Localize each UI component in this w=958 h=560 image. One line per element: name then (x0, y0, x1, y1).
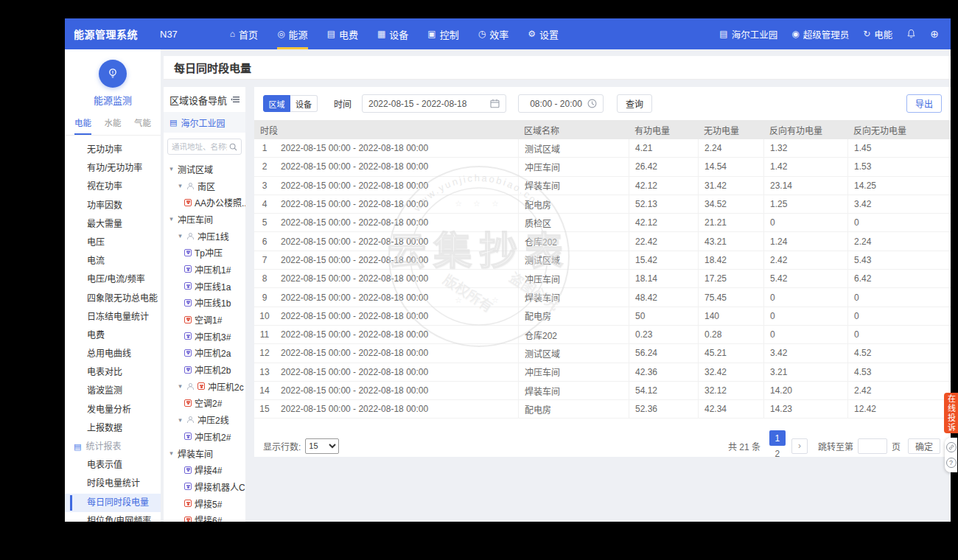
sidebar-item-视在功率[interactable]: 视在功率 (65, 178, 161, 196)
online-complaint-tab[interactable]: 在线投诉 (944, 393, 958, 433)
tree-root-park[interactable]: ▤ 海尔工业园 (164, 112, 245, 133)
user-menu[interactable]: ◉ 超级管理员 (791, 27, 849, 41)
sidebar-item-有功/无功功率[interactable]: 有功/无功功率 (65, 159, 161, 178)
sidebar-item-总用电曲线[interactable]: 总用电曲线 (65, 345, 161, 363)
table-row[interactable]: 22022-08-15 00:00 - 2022-08-18 00:00冲压车间… (254, 158, 951, 176)
sidebar-item-电压/电流/频率[interactable]: 电压/电流/频率 (65, 270, 161, 289)
sidebar-section-统计报表[interactable]: ▤统计报表 (65, 438, 161, 456)
export-button[interactable]: 导出 (906, 94, 942, 113)
nav-item-设置[interactable]: ⚙设置 (518, 18, 568, 49)
tree-node-焊接4#[interactable]: 焊接4# (164, 461, 245, 478)
language-globe-icon[interactable]: ⊕ (930, 28, 939, 40)
help-icon[interactable]: ? (946, 458, 957, 468)
expand-arrow-icon[interactable]: ▾ (168, 215, 175, 223)
link-icon[interactable] (946, 442, 957, 452)
sidebar-item-时段电量统计[interactable]: 时段电量统计 (65, 475, 161, 493)
table-row[interactable]: 52022-08-15 00:00 - 2022-08-18 00:00质检区4… (254, 214, 951, 232)
tree-node-冲压机2b[interactable]: 冲压机2b (164, 361, 245, 378)
nav-item-效率[interactable]: ◷效率 (469, 18, 519, 49)
table-row[interactable]: 152022-08-15 00:00 - 2022-08-18 00:00配电房… (254, 400, 951, 419)
table-row[interactable]: 42022-08-15 00:00 - 2022-08-18 00:00配电房5… (254, 195, 951, 214)
tab-水能[interactable]: 水能 (105, 116, 122, 135)
tree-node-焊接6#[interactable]: 焊接6# (164, 511, 245, 522)
expand-arrow-icon[interactable]: ▾ (168, 165, 175, 172)
expand-arrow-icon[interactable]: ▾ (177, 232, 183, 239)
park-selector[interactable]: ▤ 海尔工业园 (719, 27, 777, 41)
tree-node-空调2#[interactable]: 空调2# (164, 395, 245, 412)
table-row[interactable]: 82022-08-15 00:00 - 2022-08-18 00:00冲压车间… (254, 270, 951, 288)
tree-node-冲压机3#[interactable]: 冲压机3# (164, 328, 245, 345)
table-row[interactable]: 132022-08-15 00:00 - 2022-08-18 00:00冲压车… (254, 363, 951, 382)
rows-per-page-select[interactable]: 15 (305, 438, 339, 454)
tree-node-南区[interactable]: ▾南区 (164, 178, 245, 195)
tree-node-冲压1线[interactable]: ▾冲压1线 (164, 228, 245, 245)
sidebar-item-电费[interactable]: 电费 (65, 326, 161, 345)
date-range-picker[interactable]: 2022-08-15 - 2022-08-18 (362, 94, 506, 113)
expand-arrow-icon[interactable]: ▾ (168, 449, 175, 457)
tree-node-Tp冲压[interactable]: Tp冲压 (164, 244, 245, 261)
tree-node-焊装车间[interactable]: ▾焊装车间 (164, 445, 245, 462)
sidebar-item-最大需量[interactable]: 最大需量 (65, 215, 161, 234)
table-row[interactable]: 72022-08-15 00:00 - 2022-08-18 00:00测试区域… (254, 251, 951, 270)
tree-node-冲压机2c[interactable]: ▾冲压机2c (164, 378, 245, 395)
sidebar-item-上报数据[interactable]: 上报数据 (65, 419, 161, 438)
sidebar-item-相位角/电网频率[interactable]: 相位角/电网频率 (65, 512, 161, 522)
collapse-panel-icon[interactable] (231, 94, 240, 105)
toggle-区域[interactable]: 区域 (263, 95, 290, 112)
expand-arrow-icon[interactable]: ▾ (177, 416, 183, 424)
jump-page-input[interactable] (858, 438, 887, 454)
sidebar-item-日冻结电量统计[interactable]: 日冻结电量统计 (65, 308, 161, 326)
search-icon[interactable] (229, 143, 237, 151)
expand-arrow-icon[interactable]: ▾ (177, 182, 183, 189)
toggle-设备[interactable]: 设备 (290, 95, 318, 112)
page-button-1[interactable]: 1 (769, 430, 786, 446)
tab-电能[interactable]: 电能 (74, 116, 91, 135)
sidebar-item-电表示值[interactable]: 电表示值 (65, 456, 161, 475)
sidebar-item-功率因数[interactable]: 功率因数 (65, 197, 161, 215)
tree-node-冲压机2#[interactable]: 冲压机2# (164, 428, 245, 445)
table-row[interactable]: 142022-08-15 00:00 - 2022-08-18 00:00焊装车… (254, 382, 951, 400)
tree-node-冲压机2a[interactable]: 冲压机2a (164, 345, 245, 362)
table-row[interactable]: 32022-08-15 00:00 - 2022-08-18 00:00焊装车间… (254, 177, 951, 195)
nav-item-能源[interactable]: ◎能源 (268, 18, 318, 49)
page-button-2[interactable]: 2 (769, 446, 786, 457)
table-row[interactable]: 102022-08-15 00:00 - 2022-08-18 00:00配电房… (254, 307, 951, 326)
table-row[interactable]: 92022-08-15 00:00 - 2022-08-18 00:00焊装车间… (254, 288, 951, 307)
table-row[interactable]: 62022-08-15 00:00 - 2022-08-18 00:00仓库20… (254, 232, 951, 251)
tree-node-焊接5#[interactable]: 焊接5# (164, 495, 245, 512)
tree-node-冲压机1#[interactable]: 冲压机1# (164, 261, 245, 278)
tree-node-冲压线1b[interactable]: 冲压线1b (164, 295, 245, 312)
sidebar-item-电流[interactable]: 电流 (65, 252, 161, 270)
tree-node-冲压线1a[interactable]: 冲压线1a (164, 278, 245, 295)
table-row[interactable]: 112022-08-15 00:00 - 2022-08-18 00:00仓库2… (254, 326, 951, 344)
next-page-button[interactable]: › (791, 438, 808, 454)
confirm-jump-button[interactable]: 确定 (908, 438, 940, 454)
nav-item-设备[interactable]: ▦设备 (368, 18, 418, 49)
sidebar-item-四象限无功总电能[interactable]: 四象限无功总电能 (65, 290, 161, 308)
nav-item-首页[interactable]: ⌂首页 (220, 18, 268, 49)
tree-node-测试区域[interactable]: ▾测试区域 (164, 161, 245, 178)
sidebar-item-无功功率[interactable]: 无功功率 (65, 141, 161, 159)
sidebar-item-谐波监测[interactable]: 谐波监测 (65, 382, 161, 400)
expand-arrow-icon[interactable]: ▾ (177, 382, 183, 390)
nav-item-控制[interactable]: ▣控制 (418, 18, 468, 49)
table-row[interactable]: 12022-08-15 00:00 - 2022-08-18 00:00测试区域… (254, 139, 951, 158)
energy-monitor-icon[interactable] (99, 60, 127, 88)
nav-item-电费[interactable]: ▤电费 (318, 18, 368, 49)
sidebar-item-电压[interactable]: 电压 (65, 234, 161, 252)
notification-bell-icon[interactable] (906, 29, 916, 39)
sidebar-item-发电量分析[interactable]: 发电量分析 (65, 401, 161, 419)
time-range-picker[interactable]: 08:00 - 20:00 (518, 94, 604, 113)
tree-node-冲压车间[interactable]: ▾冲压车间 (164, 211, 245, 228)
sidebar-item-每日同时段电量[interactable]: 每日同时段电量 (65, 494, 161, 512)
tree-node-焊接机器人C5[interactable]: 焊接机器人C5 (164, 478, 245, 495)
tree-node-空调1#[interactable]: 空调1# (164, 311, 245, 328)
sidebar-item-电表对比[interactable]: 电表对比 (65, 363, 161, 382)
tab-气能[interactable]: 气能 (134, 116, 151, 135)
tree-search-input[interactable] (172, 142, 227, 151)
query-button[interactable]: 查询 (617, 94, 652, 113)
module-switcher[interactable]: ↻ 电能 (863, 27, 892, 41)
tree-node-冲压2线[interactable]: ▾冲压2线 (164, 411, 245, 428)
table-row[interactable]: 122022-08-15 00:00 - 2022-08-18 00:00测试区… (254, 344, 951, 363)
tree-node-AA办公楼照...[interactable]: AA办公楼照... (164, 194, 245, 211)
